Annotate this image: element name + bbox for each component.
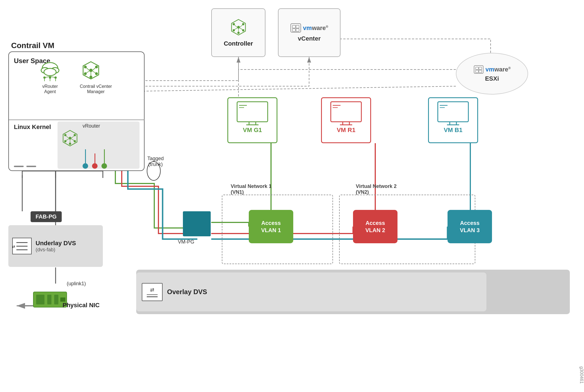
vcenter-vmware-text: vmware® (303, 24, 328, 31)
contrail-vm-bottom-dashes (14, 166, 36, 167)
diagram-id: g300461 (579, 366, 584, 384)
vm-b1-label: VM B1 (444, 126, 462, 134)
access-vlan-1-label: AccessVLAN 1 (261, 219, 281, 234)
vrouter-agent-label: vRouter Agent (39, 84, 61, 94)
contrail-vcenter-svg (80, 60, 102, 83)
overlay-dvs-container: ⇄ Overlay DVS (136, 272, 486, 311)
svg-line-69 (235, 28, 237, 29)
overlay-dvs-icon: ⇄ (142, 283, 163, 301)
svg-point-61 (237, 26, 240, 29)
vrouter-agent-svg (39, 60, 61, 83)
svg-rect-59 (60, 297, 65, 302)
svg-rect-56 (36, 295, 44, 304)
vm-r1-monitor-icon (329, 100, 363, 125)
contrail-vm-title: Contrail VM (11, 41, 54, 50)
vrouter-label: vRouter (83, 123, 100, 129)
tagged-trunk-oval (147, 161, 161, 181)
physical-nic-container (32, 289, 68, 312)
svg-rect-73 (292, 25, 295, 28)
contrail-vm-box: User Space (8, 51, 145, 171)
vrouter-kernel-icon (60, 129, 80, 150)
vmware-logo-icon (290, 23, 301, 33)
svg-rect-57 (47, 295, 51, 304)
underlay-dvs-container: ⇄ Underlay DVS (dvs-fab) (8, 225, 103, 267)
svg-rect-81 (479, 70, 482, 73)
uplink1-label: (uplink1) (67, 281, 86, 287)
access-vlan-2-label: AccessVLAN 2 (365, 219, 385, 234)
user-space-section: User Space (9, 52, 145, 120)
svg-line-67 (235, 25, 237, 27)
access-vlan-3-box: AccessVLAN 3 (448, 210, 492, 243)
fab-pg-box: FAB-PG (31, 211, 62, 222)
controller-box: Controller (211, 8, 265, 57)
svg-point-35 (84, 72, 87, 75)
svg-rect-76 (296, 29, 299, 31)
vcenter-label: vCenter (298, 35, 321, 42)
svg-line-51 (71, 136, 74, 138)
svg-point-48 (74, 140, 76, 142)
access-vlan-1-box: AccessVLAN 1 (249, 210, 293, 243)
svg-point-49 (69, 143, 71, 145)
vm-r1-label: VM R1 (337, 126, 355, 134)
svg-rect-88 (331, 102, 361, 122)
linux-kernel-section: Linux Kernel vRouter (9, 120, 145, 171)
svg-line-41 (93, 71, 95, 73)
svg-rect-82 (237, 102, 268, 122)
svg-point-47 (64, 140, 66, 142)
diagram-container: Contrail VM User Space (0, 0, 584, 392)
vm-g1-monitor-icon (236, 100, 269, 125)
esxi-vmware-icon (473, 65, 484, 74)
svg-point-36 (95, 72, 98, 75)
svg-point-46 (74, 134, 76, 136)
svg-rect-78 (476, 67, 478, 70)
contrail-vcenter-manager-container: Contrail vCenter Manager (80, 60, 112, 94)
vm-pg-box (183, 211, 211, 236)
physical-nic-label: Physical NIC (63, 302, 100, 309)
svg-point-32 (89, 69, 93, 72)
svg-line-50 (66, 136, 69, 138)
svg-line-70 (240, 28, 242, 29)
vm-r1-box: VM R1 (321, 97, 371, 143)
vm-g1-box: VM G1 (227, 97, 277, 143)
svg-point-37 (90, 76, 92, 78)
dash-1 (14, 166, 24, 167)
svg-line-68 (240, 25, 242, 27)
vm-g1-label: VM G1 (243, 126, 262, 134)
svg-rect-80 (476, 70, 478, 73)
underlay-dvs-icon: ⇄ (12, 238, 32, 254)
vrouter-agent-icon-container: vRouter Agent (39, 60, 61, 94)
esxi-vmware-logo: vmware® (473, 65, 511, 74)
vm-b1-monitor-icon (436, 100, 470, 125)
svg-point-65 (242, 29, 244, 31)
esxi-label: ESXi (485, 75, 499, 82)
vn2-label: Virtual Network 2 (VN2) (356, 183, 397, 195)
svg-point-64 (233, 29, 235, 31)
controller-icon (229, 18, 248, 38)
svg-rect-74 (296, 25, 299, 28)
overlay-dvs-label: Overlay DVS (167, 288, 207, 296)
svg-rect-79 (479, 67, 482, 70)
controller-label: Controller (224, 40, 253, 47)
linux-kernel-label: Linux Kernel (14, 123, 51, 131)
svg-point-21 (44, 68, 56, 76)
vcenter-box: vmware® vCenter (278, 8, 341, 57)
svg-rect-94 (438, 102, 468, 122)
svg-line-38 (86, 68, 89, 70)
esxi-vmware-text: vmware® (486, 66, 511, 73)
contrail-vcenter-manager-label: Contrail vCenter Manager (80, 84, 112, 94)
svg-point-34 (95, 66, 98, 68)
vm-pg-label: VM-PG (178, 239, 194, 245)
underlay-dvs-text: Underlay DVS (dvs-fab) (36, 240, 76, 253)
svg-line-52 (66, 139, 69, 140)
svg-point-66 (237, 32, 240, 34)
svg-point-44 (69, 137, 71, 140)
vrouter-box: vRouter (58, 121, 140, 169)
dash-2 (26, 166, 36, 167)
vcenter-vmware-logo: vmware® (290, 23, 328, 33)
vn1-label: Virtual Network 1 (VN1) (231, 183, 272, 195)
svg-line-53 (71, 139, 74, 140)
svg-rect-75 (292, 29, 295, 31)
access-vlan-2-box: AccessVLAN 2 (353, 210, 397, 243)
svg-point-45 (64, 134, 66, 136)
svg-line-39 (93, 68, 95, 70)
